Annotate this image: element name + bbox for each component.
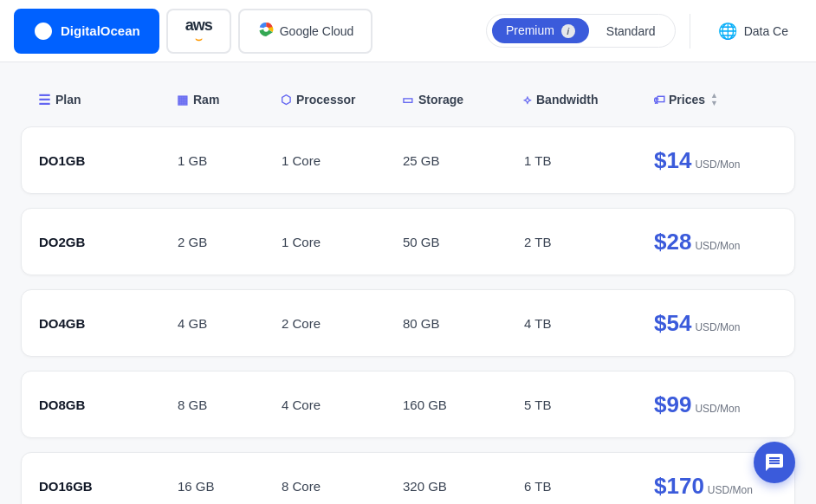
plan-processor: 1 Core: [282, 153, 403, 168]
gcp-label: Google Cloud: [280, 24, 354, 38]
gcp-provider-btn[interactable]: Google Cloud: [238, 9, 373, 54]
plan-col-icon: ☰: [38, 92, 50, 108]
table-row: DO1GB 1 GB 1 Core 25 GB 1 TB $14 USD/Mon…: [21, 126, 795, 194]
ram-col-icon: ▦: [177, 93, 188, 107]
plan-price-unit: USD/Mon: [695, 158, 740, 171]
plan-rows-container: DO1GB 1 GB 1 Core 25 GB 1 TB $14 USD/Mon…: [21, 126, 795, 504]
gcp-icon: [257, 21, 275, 42]
datacenter-btn[interactable]: 🌐 Data Ce: [704, 15, 802, 48]
aws-smile-icon: ⌣: [195, 35, 203, 43]
divider: [690, 14, 690, 48]
prices-column-header: 🏷 Prices ▲▼: [653, 87, 816, 113]
plan-name: DO1GB: [39, 153, 178, 168]
plan-name: DO2GB: [39, 235, 178, 249]
chat-fab-button[interactable]: [754, 442, 795, 483]
table-row: DO2GB 2 GB 1 Core 50 GB 2 TB $28 USD/Mon…: [21, 208, 795, 275]
google-cloud-icon: [257, 21, 275, 38]
storage-col-icon: ▭: [402, 93, 413, 107]
plan-processor: 2 Core: [282, 316, 403, 331]
plan-bandwidth: 1 TB: [524, 153, 654, 168]
processor-col-icon: ⬡: [281, 93, 291, 107]
plan-storage: 80 GB: [403, 316, 524, 331]
column-headers: ☰ Plan ▦ Ram ⬡ Processor ▭ Storage ⟡ Ban…: [21, 80, 795, 120]
table-row: DO16GB 16 GB 8 Core 320 GB 6 TB $170 USD…: [21, 452, 795, 504]
plans-table-container: ☰ Plan ▦ Ram ⬡ Processor ▭ Storage ⟡ Ban…: [0, 62, 816, 504]
plan-name: DO8GB: [39, 397, 178, 412]
digitalocean-provider-btn[interactable]: DigitalOcean: [14, 9, 159, 54]
aws-provider-btn[interactable]: aws ⌣: [166, 9, 231, 54]
plan-price-unit: USD/Mon: [695, 403, 740, 415]
plan-ram: 1 GB: [178, 153, 282, 168]
standard-tier-btn[interactable]: Standard: [593, 19, 670, 43]
plan-ram: 16 GB: [178, 479, 282, 494]
plan-price-cell: $99 USD/Mon: [654, 391, 816, 418]
plan-price-cell: $28 USD/Mon: [654, 229, 816, 255]
tier-selector: Premium i Standard: [486, 14, 676, 48]
svg-point-0: [263, 26, 269, 31]
plan-price-unit: USD/Mon: [695, 240, 740, 252]
plan-price: $170: [654, 473, 704, 500]
plan-storage: 25 GB: [403, 153, 524, 168]
plan-price: $99: [654, 391, 691, 418]
plan-price-cell: $14 USD/Mon: [654, 147, 816, 174]
plan-processor: 8 Core: [282, 479, 403, 494]
plan-processor: 1 Core: [282, 235, 403, 249]
storage-column-header: ▭ Storage: [402, 87, 523, 113]
digitalocean-icon: [33, 21, 54, 42]
globe-icon: 🌐: [718, 22, 737, 41]
plan-storage: 50 GB: [403, 235, 524, 249]
chat-icon: [764, 452, 785, 473]
plan-ram: 2 GB: [178, 235, 282, 249]
plan-price-unit: USD/Mon: [695, 321, 740, 333]
plan-bandwidth: 2 TB: [524, 235, 654, 249]
bandwidth-col-icon: ⟡: [523, 93, 531, 107]
plan-ram: 8 GB: [178, 397, 282, 412]
table-row: DO4GB 4 GB 2 Core 80 GB 4 TB $54 USD/Mon…: [21, 289, 795, 357]
bandwidth-column-header: ⟡ Bandwidth: [523, 87, 653, 113]
plan-processor: 4 Core: [282, 397, 403, 412]
plan-ram: 4 GB: [178, 316, 282, 331]
plan-bandwidth: 5 TB: [524, 397, 654, 412]
premium-info-icon[interactable]: i: [561, 24, 575, 38]
plan-column-header: ☰ Plan: [38, 87, 177, 113]
plan-name: DO16GB: [39, 479, 178, 494]
do-label: DigitalOcean: [61, 23, 140, 38]
plan-bandwidth: 6 TB: [524, 479, 654, 494]
sort-arrows[interactable]: ▲▼: [710, 92, 718, 107]
premium-tier-btn[interactable]: Premium i: [492, 18, 589, 43]
plan-price-cell: $54 USD/Mon: [654, 310, 816, 337]
plan-storage: 160 GB: [403, 397, 524, 412]
plan-price: $14: [654, 147, 691, 174]
plan-price: $28: [654, 229, 691, 255]
ram-column-header: ▦ Ram: [177, 87, 281, 113]
plan-price-unit: USD/Mon: [708, 484, 753, 496]
plan-bandwidth: 4 TB: [524, 316, 654, 331]
plan-price-cell: $170 USD/Mon: [654, 473, 816, 500]
processor-column-header: ⬡ Processor: [281, 87, 402, 113]
prices-col-icon: 🏷: [653, 93, 665, 107]
plan-price: $54: [654, 310, 691, 337]
plan-name: DO4GB: [39, 316, 178, 331]
plan-storage: 320 GB: [403, 479, 524, 494]
top-bar: DigitalOcean aws ⌣ Google Cloud: [0, 0, 816, 62]
table-row: DO8GB 8 GB 4 Core 160 GB 5 TB $99 USD/Mo…: [21, 371, 795, 438]
